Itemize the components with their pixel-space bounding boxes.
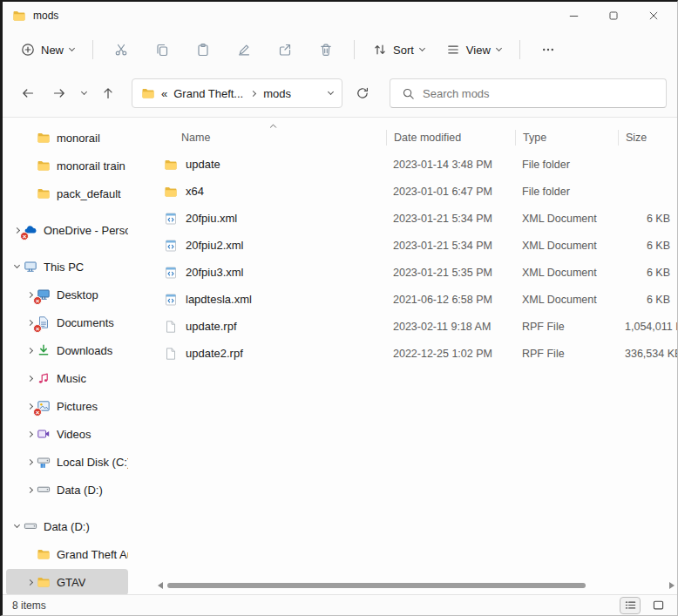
scrollbar-track[interactable] <box>167 583 665 588</box>
file-type: XML Document <box>515 294 618 306</box>
large-thumbnails-view-icon <box>651 599 665 613</box>
copy-button[interactable] <box>143 35 181 64</box>
expand-chevron-icon[interactable] <box>26 347 32 353</box>
expand-chevron-icon[interactable] <box>13 522 19 528</box>
recent-locations-button[interactable] <box>76 79 92 107</box>
column-headers: Name Date modified Type Size <box>155 125 677 151</box>
sidebar-section: Data (D:) Grand Theft Aut GTAV <box>3 513 133 594</box>
file-row[interactable]: 20fpiu2.xml 2023-01-21 5:34 PM XML Docum… <box>155 232 677 259</box>
expand-chevron-icon[interactable] <box>26 486 32 492</box>
sidebar-item[interactable]: × Desktop <box>6 281 128 308</box>
details-view-button[interactable] <box>620 598 640 613</box>
address-dropdown-chevron[interactable] <box>328 89 334 95</box>
sidebar-item[interactable]: GTAV <box>6 569 128 594</box>
address-bar[interactable]: « Grand Theft...mods <box>132 78 342 108</box>
delete-button[interactable] <box>307 35 345 64</box>
paste-button[interactable] <box>184 35 222 64</box>
large-thumbnails-view-button[interactable] <box>648 598 668 613</box>
maximize-button[interactable] <box>597 2 637 30</box>
delete-icon <box>319 43 333 57</box>
share-button[interactable] <box>266 35 304 64</box>
new-button[interactable]: New <box>11 35 84 64</box>
breadcrumb-item[interactable]: mods <box>263 87 291 100</box>
sidebar-item-label: monorail <box>57 132 100 145</box>
music-icon <box>37 371 52 385</box>
expand-chevron-icon[interactable] <box>26 291 32 297</box>
sidebar-item[interactable]: Videos <box>6 421 128 447</box>
toolbar-actions <box>102 35 345 64</box>
column-header-size[interactable]: Size <box>618 130 677 146</box>
expand-chevron-icon[interactable] <box>26 458 32 464</box>
sidebar-item[interactable]: This PC <box>6 254 128 280</box>
file-row[interactable]: update 2023-01-14 3:48 PM File folder <box>155 151 677 178</box>
toolbar-divider <box>354 40 355 59</box>
file-name: lapdtesla.xml <box>186 293 252 306</box>
file-row[interactable]: lapdtesla.xml 2021-06-12 6:58 PM XML Doc… <box>155 286 677 313</box>
file-date-modified: 2023-01-21 5:34 PM <box>386 213 515 225</box>
sidebar-item[interactable]: Downloads <box>6 337 128 363</box>
file-type: RPF File <box>515 321 618 333</box>
refresh-button[interactable] <box>348 79 377 107</box>
window-body: monorail monorail train pack_default × O… <box>3 118 677 594</box>
up-button[interactable] <box>93 79 123 107</box>
file-row[interactable]: 20fpiu.xml 2023-01-21 5:34 PM XML Docume… <box>155 205 677 232</box>
column-header-name[interactable]: Name <box>164 130 386 146</box>
file-size: 6 KB <box>618 240 677 252</box>
rename-button[interactable] <box>225 35 263 64</box>
sidebar-item[interactable]: Data (D:) <box>6 513 128 539</box>
breadcrumb-item[interactable]: Grand Theft... <box>173 87 243 100</box>
breadcrumb-separator-icon <box>250 91 256 97</box>
sidebar-item[interactable]: pack_default <box>6 180 128 206</box>
column-header-label: Size <box>626 132 647 144</box>
sync-error-badge: × <box>33 324 42 333</box>
scroll-left-arrow[interactable] <box>158 582 163 589</box>
file-size: 6 KB <box>618 213 677 225</box>
close-button[interactable] <box>637 2 677 30</box>
column-header-type[interactable]: Type <box>515 130 618 146</box>
search-box[interactable] <box>390 78 667 108</box>
expand-chevron-box <box>10 266 24 267</box>
file-date-modified: 2023-01-01 6:47 PM <box>386 186 515 198</box>
sidebar-item[interactable]: Music <box>6 365 128 391</box>
search-input[interactable] <box>423 87 655 100</box>
scrollbar-thumb[interactable] <box>167 583 586 588</box>
expand-chevron-icon[interactable] <box>26 319 32 325</box>
horizontal-scrollbar[interactable] <box>158 581 675 590</box>
folder-icon <box>37 575 52 589</box>
breadcrumb-overflow[interactable]: « <box>161 87 167 100</box>
sidebar-item-label: Local Disk (C:) <box>57 456 128 469</box>
expand-chevron-icon[interactable] <box>26 430 32 437</box>
cut-button[interactable] <box>102 35 140 64</box>
file-row[interactable]: 20fpiu3.xml 2023-01-21 5:35 PM XML Docum… <box>155 259 677 286</box>
minimize-button[interactable] <box>557 2 597 30</box>
sidebar-item[interactable]: monorail train <box>6 152 128 179</box>
sidebar-item[interactable]: Grand Theft Aut <box>6 541 128 567</box>
expand-chevron-icon[interactable] <box>13 262 19 268</box>
file-row[interactable]: x64 2023-01-01 6:47 PM File folder <box>155 178 677 205</box>
expand-chevron-icon[interactable] <box>26 579 32 585</box>
scroll-right-arrow[interactable] <box>669 582 675 589</box>
file-row[interactable]: update2.rpf 2022-12-25 1:02 PM RPF File … <box>155 340 677 367</box>
column-header-date-modified[interactable]: Date modified <box>386 130 515 146</box>
details-view-icon <box>623 599 637 613</box>
view-button[interactable]: View <box>437 35 511 64</box>
folder-icon <box>37 131 52 145</box>
file-row[interactable]: update.rpf 2023-02-11 9:18 AM RPF File 1… <box>155 313 677 340</box>
see-more-button[interactable] <box>529 35 567 64</box>
forward-button[interactable] <box>44 79 74 107</box>
file-name-cell: lapdtesla.xml <box>164 293 386 307</box>
sidebar-item[interactable]: × OneDrive - Person <box>6 217 128 243</box>
sidebar-item[interactable]: Local Disk (C:) <box>6 449 128 475</box>
sort-button[interactable]: Sort <box>363 35 434 64</box>
expand-chevron-icon[interactable] <box>26 403 32 409</box>
sync-error-badge: × <box>33 296 42 305</box>
sidebar-item[interactable]: × Documents <box>6 309 128 335</box>
expand-chevron-icon[interactable] <box>13 227 19 233</box>
file-size: 1,054,011 KB <box>618 321 678 333</box>
expand-chevron-icon[interactable] <box>26 375 32 381</box>
sidebar-item[interactable]: Data (D:) <box>6 477 128 503</box>
sidebar-item[interactable]: monorail <box>6 125 128 151</box>
back-button[interactable] <box>13 79 43 107</box>
sidebar-item[interactable]: × Pictures <box>6 393 128 419</box>
sort-button-label: Sort <box>393 44 414 57</box>
